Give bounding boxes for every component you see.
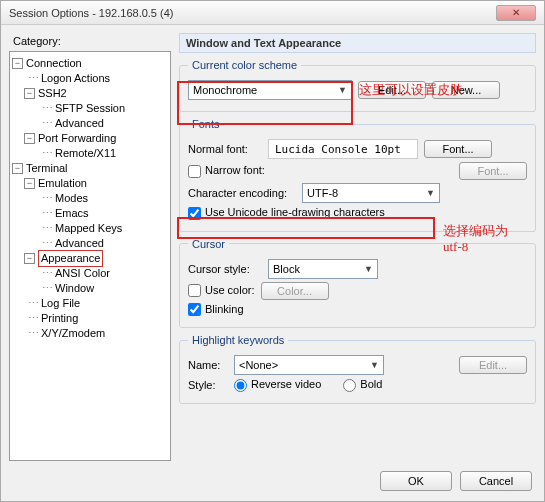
cancel-button[interactable]: Cancel (460, 471, 532, 491)
section-title: Window and Text Appearance (179, 33, 536, 53)
tree-item-port-forwarding[interactable]: −Port Forwarding (12, 131, 168, 146)
ok-button[interactable]: OK (380, 471, 452, 491)
color-scheme-group: Current color scheme Monochrome▼ Edit...… (179, 59, 536, 112)
annotation-text: 选择编码为utf-8 (443, 223, 523, 255)
tree-item-remote-x11[interactable]: ⋯Remote/X11 (12, 146, 168, 161)
category-tree[interactable]: −Connection ⋯Logon Actions −SSH2 ⋯SFTP S… (9, 51, 171, 461)
tree-item-modes[interactable]: ⋯Modes (12, 191, 168, 206)
highlight-legend: Highlight keywords (188, 334, 288, 346)
tree-item-logon-actions[interactable]: ⋯Logon Actions (12, 71, 168, 86)
tree-item-terminal[interactable]: −Terminal (12, 161, 168, 176)
encoding-select[interactable]: UTF-8▼ (302, 183, 440, 203)
color-button: Color... (261, 282, 329, 300)
collapse-icon[interactable]: − (12, 163, 23, 174)
bold-radio[interactable]: Bold (343, 378, 382, 392)
use-color-checkbox[interactable]: Use color: (188, 284, 255, 298)
highlight-edit-button: Edit... (459, 356, 527, 374)
tree-item-log-file[interactable]: ⋯Log File (12, 296, 168, 311)
close-icon[interactable]: ✕ (496, 5, 536, 21)
tree-item-emulation[interactable]: −Emulation (12, 176, 168, 191)
encoding-label: Character encoding: (188, 187, 296, 199)
cursor-style-select[interactable]: Block▼ (268, 259, 378, 279)
collapse-icon[interactable]: − (12, 58, 23, 69)
unicode-lines-checkbox[interactable]: Use Unicode line-drawing characters (188, 206, 385, 220)
tree-item-connection[interactable]: −Connection (12, 56, 168, 71)
tree-item-advanced[interactable]: ⋯Advanced (12, 116, 168, 131)
collapse-icon[interactable]: − (24, 133, 35, 144)
chevron-down-icon: ▼ (370, 360, 379, 370)
color-scheme-select[interactable]: Monochrome▼ (188, 80, 352, 100)
cursor-style-label: Cursor style: (188, 263, 262, 275)
narrow-font-checkbox[interactable]: Narrow font: (188, 164, 265, 178)
highlight-name-select[interactable]: <None>▼ (234, 355, 384, 375)
color-scheme-legend: Current color scheme (188, 59, 301, 71)
tree-item-mapped-keys[interactable]: ⋯Mapped Keys (12, 221, 168, 236)
highlight-group: Highlight keywords Name: <None>▼ Edit...… (179, 334, 536, 404)
tree-item-window[interactable]: ⋯Window (12, 281, 168, 296)
chevron-down-icon: ▼ (426, 188, 435, 198)
narrow-font-button: Font... (459, 162, 527, 180)
cursor-legend: Cursor (188, 238, 229, 250)
normal-font-label: Normal font: (188, 143, 262, 155)
reverse-video-radio[interactable]: Reverse video (234, 378, 321, 392)
tree-item-advanced2[interactable]: ⋯Advanced (12, 236, 168, 251)
collapse-icon[interactable]: − (24, 178, 35, 189)
fonts-group: Fonts Normal font: Lucida Console 10pt F… (179, 118, 536, 232)
normal-font-button[interactable]: Font... (424, 140, 492, 158)
tree-item-emacs[interactable]: ⋯Emacs (12, 206, 168, 221)
highlight-name-label: Name: (188, 359, 228, 371)
annotation-text: 这里可以设置皮肤 (359, 81, 463, 99)
normal-font-display: Lucida Console 10pt (268, 139, 418, 159)
chevron-down-icon: ▼ (338, 85, 347, 95)
tree-item-ansi-color[interactable]: ⋯ANSI Color (12, 266, 168, 281)
category-label: Category: (13, 35, 167, 47)
tree-item-xyzmodem[interactable]: ⋯X/Y/Zmodem (12, 326, 168, 341)
highlight-style-label: Style: (188, 379, 228, 391)
collapse-icon[interactable]: − (24, 253, 35, 264)
collapse-icon[interactable]: − (24, 88, 35, 99)
chevron-down-icon: ▼ (364, 264, 373, 274)
fonts-legend: Fonts (188, 118, 224, 130)
blinking-checkbox[interactable]: Blinking (188, 303, 244, 317)
tree-item-sftp-session[interactable]: ⋯SFTP Session (12, 101, 168, 116)
tree-item-ssh2[interactable]: −SSH2 (12, 86, 168, 101)
tree-item-appearance[interactable]: −Appearance (12, 251, 168, 266)
window-title: Session Options - 192.168.0.5 (4) (9, 7, 173, 19)
tree-item-printing[interactable]: ⋯Printing (12, 311, 168, 326)
